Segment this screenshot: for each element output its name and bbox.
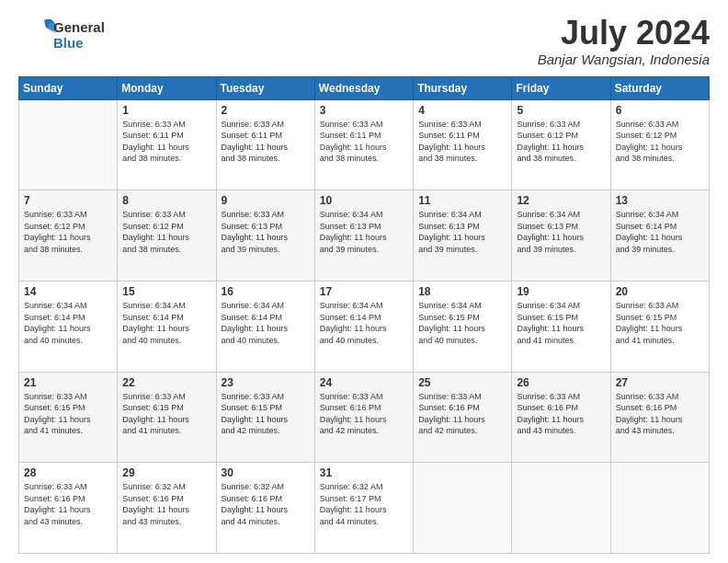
logo-text-general: General	[53, 19, 105, 35]
day-info: Sunrise: 6:34 AM Sunset: 6:13 PM Dayligh…	[517, 209, 605, 255]
day-number: 22	[122, 376, 210, 389]
calendar-cell: 1Sunrise: 6:33 AM Sunset: 6:11 PM Daylig…	[118, 99, 216, 190]
day-info: Sunrise: 6:33 AM Sunset: 6:16 PM Dayligh…	[616, 391, 704, 437]
logo: General Blue	[18, 15, 105, 55]
day-info: Sunrise: 6:33 AM Sunset: 6:11 PM Dayligh…	[320, 119, 408, 165]
day-number: 27	[616, 376, 704, 389]
day-number: 31	[320, 466, 408, 479]
calendar-cell: 31Sunrise: 6:32 AM Sunset: 6:17 PM Dayli…	[314, 463, 413, 554]
day-info: Sunrise: 6:34 AM Sunset: 6:13 PM Dayligh…	[320, 209, 408, 255]
day-info: Sunrise: 6:33 AM Sunset: 6:13 PM Dayligh…	[222, 209, 310, 255]
calendar-table: SundayMondayTuesdayWednesdayThursdayFrid…	[18, 76, 710, 554]
weekday-header: Friday	[512, 76, 610, 99]
day-info: Sunrise: 6:34 AM Sunset: 6:13 PM Dayligh…	[418, 209, 506, 255]
calendar-cell: 19Sunrise: 6:34 AM Sunset: 6:15 PM Dayli…	[512, 281, 610, 372]
calendar-cell: 24Sunrise: 6:33 AM Sunset: 6:16 PM Dayli…	[314, 372, 413, 463]
calendar-cell: 29Sunrise: 6:32 AM Sunset: 6:16 PM Dayli…	[118, 463, 216, 554]
day-number: 1	[122, 104, 210, 117]
day-number: 10	[320, 194, 408, 207]
calendar-cell: 16Sunrise: 6:34 AM Sunset: 6:14 PM Dayli…	[216, 281, 314, 372]
calendar-cell	[19, 99, 118, 190]
weekday-header: Saturday	[610, 76, 709, 99]
day-info: Sunrise: 6:33 AM Sunset: 6:12 PM Dayligh…	[122, 209, 210, 255]
calendar-week-row: 14Sunrise: 6:34 AM Sunset: 6:14 PM Dayli…	[19, 281, 710, 372]
day-number: 12	[517, 194, 605, 207]
calendar-cell: 20Sunrise: 6:33 AM Sunset: 6:15 PM Dayli…	[610, 281, 709, 372]
calendar-cell: 7Sunrise: 6:33 AM Sunset: 6:12 PM Daylig…	[19, 190, 118, 282]
day-info: Sunrise: 6:32 AM Sunset: 6:16 PM Dayligh…	[122, 481, 210, 527]
day-info: Sunrise: 6:33 AM Sunset: 6:15 PM Dayligh…	[122, 391, 210, 437]
weekday-header: Wednesday	[314, 76, 413, 99]
day-number: 24	[320, 376, 408, 389]
day-info: Sunrise: 6:34 AM Sunset: 6:14 PM Dayligh…	[122, 300, 210, 346]
logo-text-blue: Blue	[53, 35, 105, 51]
day-info: Sunrise: 6:34 AM Sunset: 6:14 PM Dayligh…	[24, 300, 112, 346]
calendar-body: 1Sunrise: 6:33 AM Sunset: 6:11 PM Daylig…	[19, 99, 710, 553]
day-number: 25	[418, 376, 506, 389]
calendar-week-row: 28Sunrise: 6:33 AM Sunset: 6:16 PM Dayli…	[19, 463, 710, 554]
calendar-cell: 28Sunrise: 6:33 AM Sunset: 6:16 PM Dayli…	[19, 463, 118, 554]
day-info: Sunrise: 6:33 AM Sunset: 6:12 PM Dayligh…	[517, 119, 605, 165]
calendar-cell: 22Sunrise: 6:33 AM Sunset: 6:15 PM Dayli…	[118, 372, 216, 463]
day-number: 17	[320, 285, 408, 298]
day-number: 15	[122, 285, 210, 298]
day-number: 3	[320, 104, 408, 117]
day-number: 9	[222, 194, 310, 207]
day-number: 8	[122, 194, 210, 207]
day-info: Sunrise: 6:34 AM Sunset: 6:14 PM Dayligh…	[616, 209, 704, 255]
day-number: 5	[517, 104, 605, 117]
weekday-header: Tuesday	[216, 76, 314, 99]
calendar-cell	[414, 463, 512, 554]
day-info: Sunrise: 6:33 AM Sunset: 6:15 PM Dayligh…	[616, 300, 704, 346]
day-info: Sunrise: 6:33 AM Sunset: 6:15 PM Dayligh…	[24, 391, 112, 437]
day-number: 23	[222, 376, 310, 389]
calendar-header: SundayMondayTuesdayWednesdayThursdayFrid…	[19, 76, 710, 99]
calendar-cell: 8Sunrise: 6:33 AM Sunset: 6:12 PM Daylig…	[118, 190, 216, 282]
page: General Blue July 2024 Banjar Wangsian, …	[0, 0, 728, 563]
calendar-cell: 15Sunrise: 6:34 AM Sunset: 6:14 PM Dayli…	[118, 281, 216, 372]
calendar-week-row: 7Sunrise: 6:33 AM Sunset: 6:12 PM Daylig…	[19, 190, 710, 282]
calendar-cell: 3Sunrise: 6:33 AM Sunset: 6:11 PM Daylig…	[314, 99, 413, 190]
calendar-cell: 13Sunrise: 6:34 AM Sunset: 6:14 PM Dayli…	[610, 190, 709, 282]
day-number: 14	[24, 285, 112, 298]
calendar-cell: 6Sunrise: 6:33 AM Sunset: 6:12 PM Daylig…	[610, 99, 709, 190]
title-block: July 2024 Banjar Wangsian, Indonesia	[538, 15, 710, 67]
day-info: Sunrise: 6:33 AM Sunset: 6:11 PM Dayligh…	[418, 119, 506, 165]
day-number: 20	[616, 285, 704, 298]
calendar-cell	[512, 463, 610, 554]
calendar-cell: 10Sunrise: 6:34 AM Sunset: 6:13 PM Dayli…	[314, 190, 413, 282]
day-info: Sunrise: 6:33 AM Sunset: 6:16 PM Dayligh…	[24, 481, 112, 527]
day-number: 19	[517, 285, 605, 298]
day-number: 4	[418, 104, 506, 117]
weekday-header: Monday	[118, 76, 216, 99]
calendar-cell: 18Sunrise: 6:34 AM Sunset: 6:15 PM Dayli…	[414, 281, 512, 372]
day-info: Sunrise: 6:33 AM Sunset: 6:16 PM Dayligh…	[418, 391, 506, 437]
location-subtitle: Banjar Wangsian, Indonesia	[538, 52, 710, 67]
calendar-cell: 27Sunrise: 6:33 AM Sunset: 6:16 PM Dayli…	[610, 372, 709, 463]
day-info: Sunrise: 6:33 AM Sunset: 6:12 PM Dayligh…	[616, 119, 704, 165]
day-info: Sunrise: 6:34 AM Sunset: 6:14 PM Dayligh…	[320, 300, 408, 346]
day-number: 2	[222, 104, 310, 117]
day-info: Sunrise: 6:33 AM Sunset: 6:16 PM Dayligh…	[517, 391, 605, 437]
calendar-cell: 17Sunrise: 6:34 AM Sunset: 6:14 PM Dayli…	[314, 281, 413, 372]
day-info: Sunrise: 6:32 AM Sunset: 6:16 PM Dayligh…	[222, 481, 310, 527]
calendar-cell: 30Sunrise: 6:32 AM Sunset: 6:16 PM Dayli…	[216, 463, 314, 554]
calendar-cell: 11Sunrise: 6:34 AM Sunset: 6:13 PM Dayli…	[414, 190, 512, 282]
calendar-cell: 23Sunrise: 6:33 AM Sunset: 6:15 PM Dayli…	[216, 372, 314, 463]
day-number: 26	[517, 376, 605, 389]
calendar-cell: 14Sunrise: 6:34 AM Sunset: 6:14 PM Dayli…	[19, 281, 118, 372]
day-number: 7	[24, 194, 112, 207]
calendar-week-row: 1Sunrise: 6:33 AM Sunset: 6:11 PM Daylig…	[19, 99, 710, 190]
day-info: Sunrise: 6:33 AM Sunset: 6:12 PM Dayligh…	[24, 209, 112, 255]
day-number: 11	[418, 194, 506, 207]
calendar-cell: 12Sunrise: 6:34 AM Sunset: 6:13 PM Dayli…	[512, 190, 610, 282]
day-info: Sunrise: 6:33 AM Sunset: 6:15 PM Dayligh…	[222, 391, 310, 437]
calendar-week-row: 21Sunrise: 6:33 AM Sunset: 6:15 PM Dayli…	[19, 372, 710, 463]
day-number: 18	[418, 285, 506, 298]
day-info: Sunrise: 6:34 AM Sunset: 6:15 PM Dayligh…	[418, 300, 506, 346]
day-number: 13	[616, 194, 704, 207]
calendar-cell: 2Sunrise: 6:33 AM Sunset: 6:11 PM Daylig…	[216, 99, 314, 190]
day-number: 30	[222, 466, 310, 479]
header: General Blue July 2024 Banjar Wangsian, …	[18, 15, 710, 67]
weekday-header: Thursday	[414, 76, 512, 99]
